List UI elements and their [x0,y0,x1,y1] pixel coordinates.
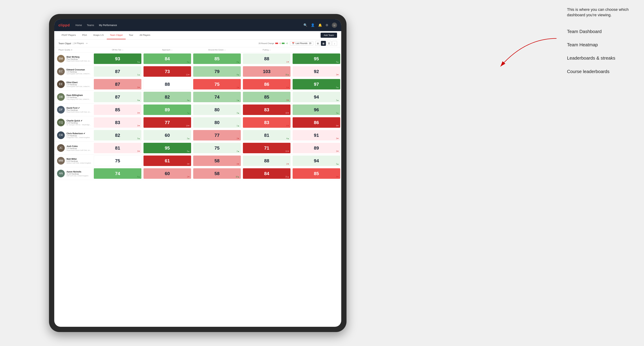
score-cell[interactable]: 7311▼ [142,65,192,78]
nav-links: Home Teams My Performance [76,24,304,26]
score-cell[interactable]: 75 [93,155,142,167]
score-cell[interactable]: 5810▲ [192,167,242,180]
grid-view-button[interactable]: ⊞ [315,41,320,46]
score-cell[interactable]: 10315▲ [242,65,292,78]
edit-team-icon[interactable]: ✏ [86,42,88,45]
player-avatar: CR [57,131,65,139]
score-cell[interactable]: 601▼ [142,167,192,180]
score-box: 799▲ [193,66,241,77]
score-cell[interactable]: 871▲ [93,65,142,78]
score-cell[interactable]: 923▼ [292,65,341,78]
score-cell[interactable]: 7111▼ [242,142,292,154]
score-cell[interactable]: 584▼ [192,155,242,167]
score-cell[interactable]: 753▼ [192,78,242,91]
score-value: 88 [264,56,269,61]
score-delta: 10▼ [286,112,289,114]
player-cell[interactable]: ANAaron Nicholls11-15 HandicapDrift Golf… [54,167,93,180]
score-cell[interactable]: 882▼ [242,155,292,167]
score-box: 897▲ [144,105,191,115]
score-cell[interactable]: 853▼ [242,91,292,103]
table-row: JCJosh Coles1-5 HandicapRoyal North Devo… [54,142,341,155]
score-cell[interactable]: 913▼ [292,129,341,142]
settings-icon[interactable]: ⚙ [326,23,328,27]
tab-pga[interactable]: PGA [79,31,90,39]
last-rounds-button[interactable]: 📅 Last Rounds: 20 [290,41,313,45]
player-cell[interactable]: BMBlair McHargPlus HandicapRoyal North D… [54,52,93,65]
score-cell[interactable]: 866▼ [242,78,292,91]
tab-team-clippd[interactable]: Team Clippd [107,31,126,39]
score-cell[interactable]: 8421▲ [242,167,292,180]
score-cell[interactable]: 752▲ [192,142,242,154]
score-cell[interactable]: 773▼ [192,129,242,142]
score-cell[interactable]: 803▲ [192,103,242,116]
nav-link-home[interactable]: Home [76,24,82,26]
sort-arrow-putting: — [269,49,271,51]
score-cell[interactable]: 824▲ [142,91,192,103]
user-icon[interactable]: 👤 [311,23,315,27]
heatmap-view-button[interactable]: ▦ [321,41,326,46]
score-cell[interactable]: 801▲ [192,116,242,129]
score-cell[interactable]: 8310▼ [242,103,292,116]
player-handicap: Plus Handicap [66,109,91,111]
player-cell[interactable]: EEElliot Ebert1-5 HandicapSunningdale Go… [54,78,93,91]
score-cell[interactable]: 874▲ [93,91,142,103]
score-cell[interactable]: 846▲ [142,52,192,65]
col-header-putting[interactable]: Putting — [242,47,292,52]
tab-tour[interactable]: Tour [126,31,136,39]
score-cell[interactable]: 943▲ [292,155,341,167]
score-delta: 7▲ [187,112,190,114]
col-header-offtee[interactable]: Off the Tee — [93,47,142,52]
score-delta: 6▼ [286,125,289,127]
score-cell[interactable]: 854▼ [292,167,341,180]
score-cell[interactable]: 975▲ [292,78,341,91]
player-handicap: 1-5 Handicap [66,84,91,86]
score-cell[interactable]: 868▼ [292,116,341,129]
tab-hcaps[interactable]: Hcaps 1-5 [90,31,107,39]
score-cell[interactable]: 7714▼ [142,116,192,129]
player-cell[interactable]: JCJosh Coles1-5 HandicapRoyal North Devo… [54,142,93,154]
score-value: 81 [264,133,269,138]
col-header-approach[interactable]: Approach — [142,47,192,52]
score-cell[interactable]: 892▼ [292,142,341,154]
player-cell[interactable]: DFDavid Ford ✔Plus HandicapRoyal North D… [54,103,93,116]
score-cell[interactable]: 823▲ [93,129,142,142]
score-cell[interactable]: 858▲ [192,52,242,65]
col-header-player[interactable]: Player Quality ▼ [54,47,93,52]
player-cell[interactable]: CRChris Robertson ✔1-5 HandicapCraigmill… [54,129,93,142]
score-cell[interactable]: 934▲ [93,52,142,65]
col-header-aroundgreen[interactable]: Around the Green — [192,47,242,52]
score-cell[interactable]: 941▲ [292,91,341,103]
score-cell[interactable]: 897▲ [142,103,192,116]
score-cell[interactable]: 873▼ [93,78,142,91]
score-cell[interactable]: 88 [142,78,192,91]
score-value: 94 [314,158,319,164]
score-cell[interactable]: 881▼ [242,52,292,65]
score-cell[interactable]: 813▼ [93,142,142,154]
tab-pgat-players[interactable]: PGAT Players [58,31,79,39]
score-cell[interactable]: 836▼ [242,116,292,129]
score-cell[interactable]: 833▼ [93,116,142,129]
score-cell[interactable]: 814▲ [242,129,292,142]
player-cell[interactable]: ECEdward Crossman1-5 HandicapSunningdale… [54,65,93,78]
player-cell[interactable]: CQCharlie Quick ✔6-10 HandicapSt. George… [54,116,93,129]
search-icon[interactable]: 🔍 [304,23,307,27]
score-cell[interactable]: 613▼ [142,155,192,167]
user-avatar[interactable]: U [332,22,337,28]
score-cell[interactable]: 799▲ [192,65,242,78]
list-view-button[interactable]: ☰ [326,41,332,46]
score-cell[interactable]: 963▲ [292,103,341,116]
score-cell[interactable]: 748▲ [93,167,142,180]
player-cell[interactable]: DBDave Billingham1-5 HandicapGog Magog G… [54,91,93,103]
download-button[interactable]: ↓ [332,41,337,46]
nav-link-teams[interactable]: Teams [87,24,94,26]
score-cell[interactable]: 959▲ [292,52,341,65]
player-cell[interactable]: MMMatt Miller6-10 HandicapWoburn Golf Cl… [54,155,93,167]
score-cell[interactable]: 602▲ [142,129,192,142]
bell-icon[interactable]: 🔔 [318,23,322,27]
tab-all-players[interactable]: All Players [136,31,153,39]
score-cell[interactable]: 853▼ [93,103,142,116]
add-team-button[interactable]: Add Team [320,33,337,38]
score-cell[interactable]: 741▲ [192,91,242,103]
score-cell[interactable]: 958▲ [142,142,192,154]
nav-link-myperformance[interactable]: My Performance [99,24,117,26]
